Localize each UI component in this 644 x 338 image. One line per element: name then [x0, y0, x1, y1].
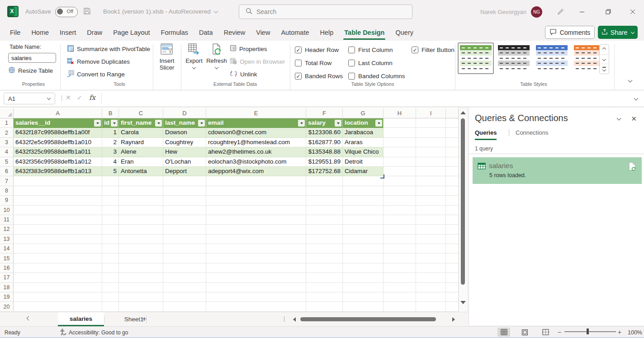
unlink-button[interactable]: Unlink — [230, 69, 257, 79]
tab-connections[interactable]: Connections — [516, 129, 548, 139]
column-header-D[interactable]: D — [163, 108, 206, 118]
cell-H2[interactable] — [384, 128, 416, 137]
cell-H4[interactable] — [384, 147, 416, 157]
cell-D9[interactable] — [163, 196, 206, 205]
filter-button-email[interactable] — [298, 120, 305, 127]
cell-D20[interactable] — [163, 302, 206, 311]
cell-E6[interactable]: adepport4@wix.com — [206, 167, 306, 176]
cell-H17[interactable] — [384, 273, 416, 282]
cell-J9[interactable] — [446, 196, 459, 205]
cell-D16[interactable] — [163, 263, 206, 273]
menu-tab-data[interactable]: Data — [194, 25, 218, 41]
zoom-slider[interactable] — [564, 331, 616, 332]
row-number-17[interactable]: 17 — [0, 273, 14, 282]
gallery-scroll-up-button[interactable] — [600, 45, 609, 55]
cell-H13[interactable] — [384, 235, 416, 244]
cell-H20[interactable] — [384, 302, 416, 311]
row-number-1[interactable]: 1 — [0, 118, 14, 128]
cell-F15[interactable] — [306, 253, 343, 263]
menu-tab-formulas[interactable]: Formulas — [156, 25, 194, 41]
cell-A14[interactable] — [14, 244, 102, 253]
cell-A4[interactable]: 6432f325c99588deffb1a011 — [14, 147, 102, 157]
column-header-A[interactable]: A — [14, 108, 102, 118]
cell-B5[interactable]: 4 — [102, 157, 119, 167]
cell-A8[interactable] — [14, 186, 102, 196]
cell-G17[interactable] — [343, 273, 384, 282]
cell-E18[interactable] — [206, 283, 306, 292]
cell-J13[interactable] — [446, 235, 459, 244]
cell-F16[interactable] — [306, 263, 343, 273]
checkbox-total-row[interactable]: Total Row — [295, 60, 348, 66]
accessibility-status[interactable]: Accessibility: Good to go — [69, 329, 128, 336]
menu-tab-automate[interactable]: Automate — [275, 25, 314, 41]
cell-A3[interactable]: 6432f2e5c99588deffb1a010 — [14, 138, 102, 147]
menu-tab-view[interactable]: View — [251, 25, 275, 41]
row-number-16[interactable]: 16 — [0, 263, 14, 273]
cell-I14[interactable] — [416, 244, 446, 253]
cell-F14[interactable] — [306, 244, 343, 253]
cell-B20[interactable] — [102, 302, 119, 311]
page-layout-view-button[interactable] — [518, 328, 531, 337]
cell-H7[interactable] — [384, 176, 416, 186]
cell-E1[interactable]: email — [206, 118, 306, 128]
cell-E5[interactable]: eolochan3@istockphoto.com — [206, 157, 306, 167]
cell-D5[interactable]: O'Lochan — [163, 157, 206, 167]
sheet-tab-salaries[interactable]: salaries — [58, 312, 104, 326]
checkbox-box-header-row[interactable]: ✓ — [295, 47, 302, 53]
filter-button-salary[interactable] — [335, 120, 341, 127]
cell-H19[interactable] — [384, 292, 416, 302]
cell-A11[interactable] — [14, 215, 102, 225]
cell-G10[interactable] — [343, 206, 384, 215]
row-number-20[interactable]: 20 — [0, 302, 14, 311]
row-number-18[interactable]: 18 — [0, 283, 14, 292]
search-box[interactable]: Search — [239, 5, 412, 19]
column-header-C[interactable]: C — [119, 108, 163, 118]
enter-icon[interactable]: ✓ — [77, 94, 82, 101]
cell-A17[interactable] — [14, 273, 102, 282]
cell-D8[interactable] — [163, 186, 206, 196]
cell-J15[interactable] — [446, 253, 459, 263]
cell-A1[interactable]: salaries__id — [14, 118, 102, 128]
minimize-button[interactable] — [575, 6, 589, 17]
cell-B14[interactable] — [102, 244, 119, 253]
vertical-scrollbar[interactable] — [459, 108, 467, 312]
cell-J2[interactable] — [446, 128, 459, 137]
cell-C13[interactable] — [119, 235, 163, 244]
menu-tab-table-design[interactable]: Table Design — [339, 25, 390, 41]
cell-D7[interactable] — [163, 176, 206, 186]
cell-J6[interactable] — [446, 167, 459, 176]
menu-tab-insert[interactable]: Insert — [54, 25, 81, 41]
menu-tab-file[interactable]: File — [5, 25, 26, 41]
column-header-F[interactable]: F — [306, 108, 343, 118]
cell-I1[interactable] — [416, 118, 446, 128]
cell-J17[interactable] — [446, 273, 459, 282]
menu-tab-help[interactable]: Help — [314, 25, 339, 41]
cell-E19[interactable] — [206, 292, 306, 302]
cell-A15[interactable] — [14, 253, 102, 263]
cell-G4[interactable]: Vilque Chico — [343, 147, 384, 157]
cell-I17[interactable] — [416, 273, 446, 282]
panel-close-icon[interactable]: ✕ — [631, 115, 637, 123]
cell-F19[interactable] — [306, 292, 343, 302]
cell-G11[interactable] — [343, 215, 384, 225]
cell-E11[interactable] — [206, 215, 306, 225]
cell-C20[interactable] — [119, 302, 163, 311]
cell-C15[interactable] — [119, 253, 163, 263]
cell-C6[interactable]: Antonetta — [119, 167, 163, 176]
cell-I8[interactable] — [416, 186, 446, 196]
hscroll-right-arrow[interactable] — [452, 317, 455, 322]
cell-H5[interactable] — [384, 157, 416, 167]
menu-tab-draw[interactable]: Draw — [81, 25, 108, 41]
cell-J7[interactable] — [446, 176, 459, 186]
cell-G1[interactable]: location — [343, 118, 384, 128]
cell-B4[interactable]: 3 — [102, 147, 119, 157]
cell-B19[interactable] — [102, 292, 119, 302]
cell-F8[interactable] — [306, 186, 343, 196]
cell-A7[interactable] — [14, 176, 102, 186]
excel-logo-icon[interactable]: X — [7, 6, 19, 17]
cell-B3[interactable]: 2 — [102, 138, 119, 147]
cell-D18[interactable] — [163, 283, 206, 292]
checkbox-banded-rows[interactable]: ✓Banded Rows — [295, 73, 348, 80]
cell-J20[interactable] — [446, 302, 459, 311]
cell-C18[interactable] — [119, 283, 163, 292]
